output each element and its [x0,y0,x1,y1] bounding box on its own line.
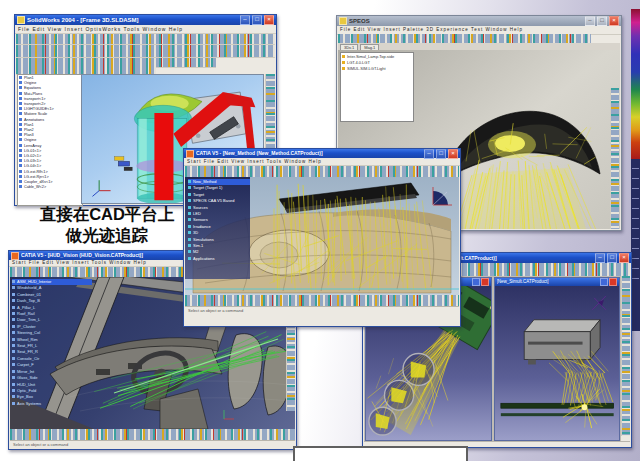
minimize-button[interactable] [472,278,480,286]
window-title: SPEOS [349,17,583,26]
maximize-button[interactable]: □ [252,15,262,25]
minimize-button[interactable]: – [585,16,595,26]
window-title: CATIA V5 - [New_Method (New_Method.CATPr… [196,149,422,158]
compass-icon [433,187,452,205]
catia-main-window: CATIA V5 - [New_Method (New_Method.CATPr… [183,148,461,327]
side-toolbar-icon-strip[interactable] [621,276,630,436]
minimize-button[interactable] [600,278,608,286]
side-toolbar-icon-strip[interactable] [610,88,619,229]
placeholder-box [293,446,468,461]
minimize-button[interactable]: – [424,149,434,159]
maximize-button[interactable]: □ [436,149,446,159]
close-button[interactable] [481,278,489,286]
child-titlebar[interactable]: [New_Simult.CATProduct] [495,278,620,286]
close-button[interactable]: × [448,149,458,159]
speos-titlebar[interactable]: SPEOS – □ × [337,16,621,26]
app-icon [339,17,347,25]
close-button[interactable] [609,278,617,286]
menubar[interactable]: Start File Edit View Insert Tools Window… [184,158,460,166]
window-title: SolidWorks 2004 - [Frame 3D.SLDASM] [27,16,238,25]
colormap-rainbow-strip [631,9,640,159]
catia-3d-viewport[interactable]: New_MethodTarget (Target 1)TargetSPEOS C… [185,177,459,295]
status-bar: Select an object or a command [185,306,459,315]
specification-tree[interactable]: ASM_HUD_InteriorWindshield_ACombiner_01D… [12,279,92,407]
app-icon [17,16,25,24]
close-button[interactable]: × [619,253,629,263]
tree-item[interactable]: Axis Systems [12,401,92,407]
child-window-lamp-sim: [New_Simult.CATProduct] [494,277,621,441]
maximize-button[interactable]: □ [607,253,617,263]
toolbar-icon-strip[interactable] [16,34,275,45]
caption-line-1: 直接在CAD平台上 [16,204,198,225]
toolbar-icon-strip[interactable] [16,45,275,58]
slide-caption: 直接在CAD平台上 做光迹追踪 [16,204,198,246]
lamp-sim-viewport[interactable] [495,286,620,440]
app-icon [186,150,194,158]
solidworks-titlebar[interactable]: SolidWorks 2004 - [Frame 3D.SLDASM] – □ … [15,15,276,25]
axis-triad-icon [92,180,110,196]
feature-tree-panel[interactable]: Plan1OrigineEquationsMat+Planstransport<… [17,74,83,206]
app-icon [11,252,19,260]
maximize-button[interactable]: □ [597,16,607,26]
minimize-button[interactable]: – [240,15,250,25]
scene-tree-panel[interactable]: Inter.Simul_Lamp.Top.sideLGT.4.0.LGTSIMU… [340,52,414,122]
catia-titlebar[interactable]: CATIA V5 - [New_Method (New_Method.CATPr… [184,149,460,158]
minimize-button[interactable]: – [595,253,605,263]
close-button[interactable]: × [264,15,274,25]
tree-item[interactable]: SIMUL.SIM.LGT.Light [342,66,412,72]
tree-item[interactable]: Cable_W<2> [19,185,81,190]
compass-icon [592,296,606,310]
colormap-scale-strip [631,159,640,331]
close-button[interactable]: × [609,16,619,26]
specification-tree[interactable]: New_MethodTarget (Target 1)TargetSPEOS C… [185,177,250,279]
status-bar: Select an object or a command [10,440,295,449]
axis-triad-icon [224,410,234,419]
menubar[interactable]: File Edit View Insert OptisWorks Tools W… [15,25,276,34]
caption-line-2: 做光迹追踪 [16,225,198,246]
tree-item[interactable]: Applications [188,256,250,262]
